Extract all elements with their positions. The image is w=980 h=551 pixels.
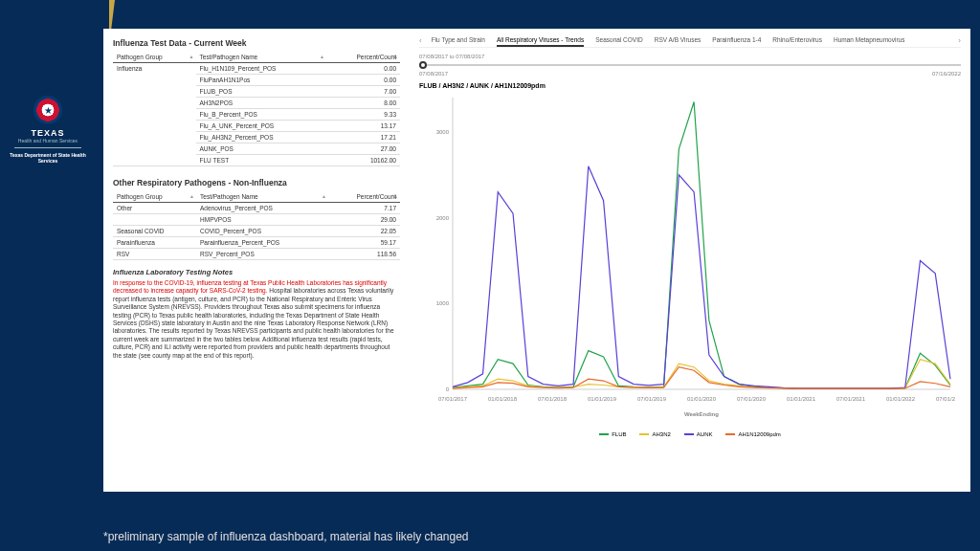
svg-text:01/01/2019: 01/01/2019 [588,396,617,402]
footnote: *preliminary sample of influenza dashboa… [103,530,469,543]
brand-sidebar: TEXAS Health and Human Services Texas De… [0,96,96,164]
svg-text:07/01/2019: 07/01/2019 [637,396,667,402]
svg-text:0: 0 [446,386,450,392]
table-row: HMPVPOS29.00 [113,214,400,226]
notes-body: Hospital laboratories across Texas volun… [113,287,394,359]
svg-text:3000: 3000 [436,129,450,135]
tabs-next-icon[interactable]: › [958,34,961,47]
svg-text:2000: 2000 [436,215,450,221]
svg-text:01/01/2022: 01/01/2022 [886,396,916,402]
brand-hhs: Health and Human Services [0,138,96,143]
range-start: 07/08/2017 [419,71,448,77]
table-row: OtherAdenovirus_Percent_POS7.17 [113,203,400,214]
table-row: RSVRSV_Percent_POS118.56 [113,249,400,260]
chart-title: FLUB / AH3N2 / AUNK / AH1N12009pdm [419,82,961,89]
tab-4[interactable]: Parainfluenza 1-4 [712,34,761,47]
svg-text:01/01/2018: 01/01/2018 [488,396,518,402]
range-end: 07/16/2022 [932,71,961,77]
col-test-name[interactable]: Test/Pathogen Name▲ [196,52,326,63]
state-seal-icon [33,96,62,124]
svg-text:01/01/2021: 01/01/2021 [787,396,816,402]
col-test-name[interactable]: Test/Pathogen Name▲ [196,191,328,203]
tab-5[interactable]: Rhino/Enterovirus [772,34,822,47]
influenza-table: Pathogen Group▲ Test/Pathogen Name▲ Perc… [113,52,400,166]
brand-state: TEXAS [0,128,96,138]
svg-text:07/01/2022: 07/01/2022 [936,396,955,402]
svg-text:07/01/2017: 07/01/2017 [438,396,468,402]
svg-text:07/01/2021: 07/01/2021 [836,396,866,402]
brand-dshs: Texas Department of State Health Service… [0,152,96,164]
table-row: InfluenzaFlu_H1N109_Percent_POS0.00 [113,63,400,75]
dashboard-panel: Influenza Test Data - Current Week Patho… [103,29,970,492]
legend-item[interactable]: FLUB [599,431,626,437]
col-percent-count[interactable]: Percent/Count▲ [328,191,400,203]
notes-heading: Influenza Laboratory Testing Notes [113,268,400,277]
chart-legend: FLUBAH3N2AUNKAH1N12009pdm [419,431,961,437]
slider-thumb[interactable] [419,61,427,69]
col-pathogen-group[interactable]: Pathogen Group▲ [113,52,196,63]
table1-title: Influenza Test Data - Current Week [113,38,400,48]
tab-0[interactable]: Flu Type and Strain [432,34,485,47]
legend-item[interactable]: AH1N12009pdm [725,431,780,437]
date-range-label: 07/08/2017 to 07/08/2017 [419,54,961,59]
sort-icon[interactable]: ▲ [320,54,324,59]
chart-tabs: ‹ Flu Type and StrainAll Respiratory Vir… [419,34,961,48]
tab-3[interactable]: RSV A/B Viruses [655,34,702,47]
legend-item[interactable]: AH3N2 [639,431,670,437]
other-pathogens-table: Pathogen Group▲ Test/Pathogen Name▲ Perc… [113,191,400,260]
sort-icon[interactable]: ▲ [393,54,398,59]
svg-text:07/01/2018: 07/01/2018 [538,396,568,402]
table-row: ParainfluenzaParainfluenza_Percent_POS59… [113,237,400,249]
svg-text:01/01/2020: 01/01/2020 [687,396,717,402]
tab-6[interactable]: Human Metapneumovirus [834,34,904,47]
table2-title: Other Respiratory Pathogens - Non-Influe… [113,178,400,187]
date-slider[interactable] [419,61,961,69]
sort-icon[interactable]: ▲ [189,54,194,59]
col-percent-count[interactable]: Percent/Count▲ [326,52,400,63]
tabs-prev-icon[interactable]: ‹ [419,34,422,47]
tab-2[interactable]: Seasonal COVID [595,34,643,47]
svg-text:07/01/2020: 07/01/2020 [737,396,767,402]
line-chart[interactable]: 010002000300007/01/201701/01/201807/01/2… [419,93,955,428]
svg-text:WeekEnding: WeekEnding [684,411,719,417]
table-row: Seasonal COVIDCOVID_Percent_POS22.05 [113,226,400,237]
svg-text:1000: 1000 [436,300,450,306]
lab-notes: Influenza Laboratory Testing Notes In re… [113,268,400,360]
tab-1[interactable]: All Respiratory Viruses - Trends [497,34,584,47]
col-pathogen-group[interactable]: Pathogen Group▲ [113,191,196,203]
legend-item[interactable]: AUNK [684,431,713,437]
